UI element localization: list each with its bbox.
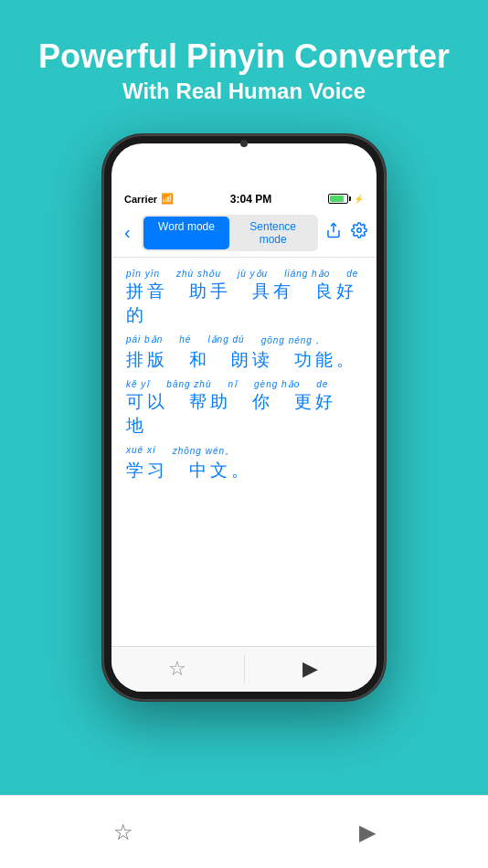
settings-button[interactable] [351,222,367,243]
content-block-3: kě yǐ bāng zhù nǐ gèng hǎo de 可以 帮助 你 更好… [126,379,362,438]
battery-tip [349,196,351,201]
content-block-1: pīn yīn zhù shǒu jù yǒu liáng hǎo de 拼音 … [126,269,362,327]
sentence-mode-button[interactable]: Sentence mode [229,217,316,249]
app-header: Powerful Pinyin Converter With Real Huma… [38,0,450,125]
chinese-line-3: 可以 帮助 你 更好 地 [126,390,362,438]
chinese-line-1: 拼音 助手 具有 良好 的 [126,280,362,327]
share-button[interactable] [325,222,342,243]
back-button[interactable]: ‹ [121,222,134,243]
phone-frame: Carrier 📶 3:04 PM ⚡ ‹ [102,134,386,701]
app-bottom-tabs: ☆ ▶ [0,795,488,868]
chinese-line-4: 学习 中文。 [126,459,362,482]
tab-favorites[interactable]: ☆ [113,820,133,845]
play-icon: ▶ [302,657,318,681]
status-battery: ⚡ [328,194,364,204]
wifi-icon: 📶 [161,193,174,205]
battery-fill [330,196,344,202]
word-mode-button[interactable]: Word mode [143,217,230,249]
camera [240,140,248,147]
toolbar: ‹ Word mode Sentence mode [111,209,377,258]
content-block-2: pái bǎn hé lǎng dú gōng néng， 排版 和 朗读 功能… [126,334,362,372]
mode-segmented-control: Word mode Sentence mode [142,215,318,251]
play-button[interactable]: ▶ [245,647,377,692]
header-title-line1: Powerful Pinyin Converter [38,37,450,76]
status-time: 3:04 PM [230,193,271,206]
pinyin-line-4: xué xí zhōng wén。 [126,445,362,458]
pinyin-line-2: pái bǎn hé lǎng dú gōng néng， [126,334,362,347]
star-tab-icon: ☆ [113,820,133,845]
chinese-line-2: 排版 和 朗读 功能。 [126,348,362,372]
play-tab-icon: ▶ [359,820,376,845]
svg-point-1 [357,228,362,233]
phone-mockup: Carrier 📶 3:04 PM ⚡ ‹ [102,134,386,701]
header-title-line2: With Real Human Voice [38,76,450,107]
status-carrier: Carrier 📶 [124,193,174,205]
status-bar: Carrier 📶 3:04 PM ⚡ [111,189,377,209]
phone-screen: Carrier 📶 3:04 PM ⚡ ‹ [111,143,377,692]
content-area: pīn yīn zhù shǒu jù yǒu liáng hǎo de 拼音 … [111,258,377,646]
phone-bottom-bar: ☆ ▶ [111,646,377,692]
favorite-button[interactable]: ☆ [111,647,244,692]
pinyin-line-3: kě yǐ bāng zhù nǐ gèng hǎo de [126,379,362,389]
lightning-icon: ⚡ [354,195,364,204]
toolbar-icons [325,222,367,243]
battery-icon [328,194,348,204]
star-icon: ☆ [168,657,186,681]
tab-play[interactable]: ▶ [359,820,376,845]
pinyin-line-1: pīn yīn zhù shǒu jù yǒu liáng hǎo de [126,269,362,279]
content-block-4: xué xí zhōng wén。 学习 中文。 [126,445,362,482]
